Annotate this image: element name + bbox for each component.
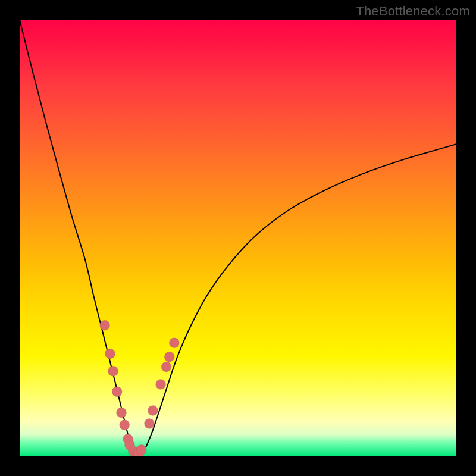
marker-dot: [112, 387, 122, 397]
curve-svg: [20, 20, 456, 456]
chart-container: TheBottleneck.com: [0, 0, 476, 476]
marker-dot: [169, 338, 179, 348]
marker-dot: [145, 418, 155, 428]
marker-dot: [108, 366, 118, 376]
marker-dot: [148, 405, 158, 415]
watermark-text: TheBottleneck.com: [356, 4, 470, 19]
marker-dot: [105, 349, 115, 359]
marker-group: [100, 320, 180, 456]
plot-area: [20, 20, 456, 456]
marker-dot: [164, 352, 174, 362]
marker-dot: [120, 420, 130, 430]
bottleneck-curve: [20, 20, 456, 456]
marker-dot: [136, 444, 146, 455]
marker-dot: [156, 379, 166, 389]
marker-dot: [100, 320, 110, 330]
marker-dot: [161, 362, 171, 372]
marker-dot: [117, 408, 127, 418]
